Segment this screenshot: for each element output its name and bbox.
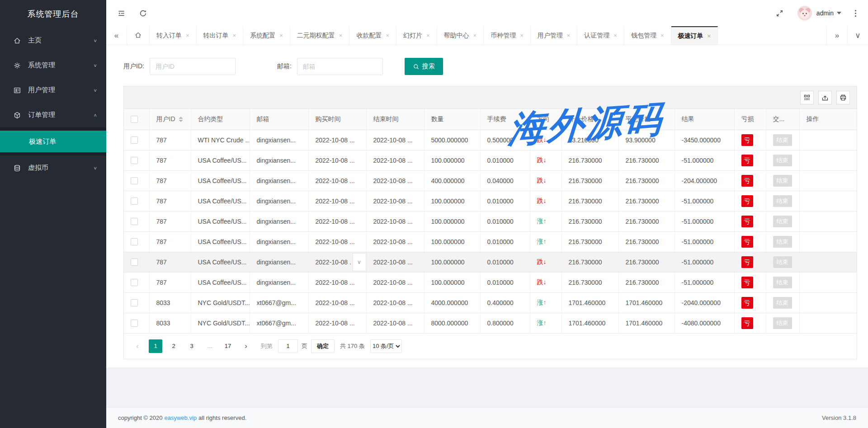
row-checkbox[interactable] [131, 157, 138, 164]
column-header-user_id[interactable]: 用户ID [149, 109, 191, 130]
row-checkbox[interactable] [131, 198, 138, 205]
select-all-checkbox[interactable] [131, 116, 138, 123]
more-vert-icon[interactable] [853, 8, 858, 19]
cell-text: 216.730000 [626, 259, 659, 266]
sidebar-item-system[interactable]: 系统管理∨ [0, 53, 106, 78]
column-header-direction: 方向 [530, 109, 561, 130]
cell-open_price: 216.730000 [561, 272, 618, 292]
cell-text: -51.000000 [682, 198, 714, 205]
cell-text: -4080.000000 [682, 320, 721, 327]
column-header-check[interactable] [124, 109, 149, 130]
end-status-button[interactable]: 结束 [773, 216, 792, 227]
row-checkbox[interactable] [131, 218, 138, 225]
end-status-button[interactable]: 结束 [773, 134, 792, 146]
end-status-button[interactable]: 结束 [773, 256, 792, 268]
close-icon[interactable]: × [339, 32, 343, 39]
cell-loss: 亏 [734, 313, 766, 333]
tabs-scroll-right[interactable]: » [826, 26, 847, 45]
top-header: admin [106, 0, 868, 26]
end-status-button[interactable]: 结束 [773, 175, 792, 187]
cell-result: -51.000000 [675, 231, 734, 252]
footer-link[interactable]: easyweb.vip [164, 414, 197, 421]
close-icon[interactable]: × [567, 32, 571, 39]
tab-4[interactable]: 二元期权配置× [290, 26, 350, 45]
tab-10[interactable]: 认证管理× [577, 26, 624, 45]
row-expand-chevron-icon[interactable]: ∨ [353, 253, 366, 271]
end-status-button[interactable]: 结束 [773, 297, 792, 309]
cell-text: USA Coffee/US... [198, 177, 247, 184]
close-icon[interactable]: × [613, 32, 617, 39]
sidebar-item-coins[interactable]: 虚拟币∨ [0, 155, 106, 180]
end-status-button[interactable]: 结束 [773, 195, 792, 207]
row-checkbox[interactable] [131, 177, 138, 184]
row-checkbox[interactable] [131, 320, 138, 327]
tab-8[interactable]: 币种管理× [484, 26, 531, 45]
tab-11[interactable]: 钱包管理× [624, 26, 671, 45]
sidebar-item-home[interactable]: 主页∨ [0, 28, 106, 53]
sidebar-subitem-fast-orders[interactable]: 极速订单 [0, 131, 106, 152]
collapse-menu-icon[interactable] [116, 8, 126, 18]
end-status-button[interactable]: 结束 [773, 317, 792, 329]
page-button-1[interactable]: 1 [149, 339, 162, 353]
close-icon[interactable]: × [520, 32, 524, 39]
sidebar-item-orders[interactable]: 订单管理∧ [0, 103, 106, 127]
cell-text: USA Coffee/US... [198, 157, 247, 164]
user-menu-caret-icon [837, 12, 841, 14]
row-checkbox[interactable] [131, 299, 138, 306]
row-checkbox[interactable] [131, 238, 138, 245]
close-icon[interactable]: × [426, 32, 430, 39]
direction-value: 涨↑ [537, 319, 547, 326]
tab-9[interactable]: 用户管理× [531, 26, 578, 45]
cell-action [799, 231, 857, 252]
export-button[interactable] [818, 91, 832, 104]
page-button-3[interactable]: 3 [185, 339, 198, 353]
column-label: 结束时间 [373, 115, 399, 122]
tab-1[interactable]: 转入订单× [150, 26, 197, 45]
refresh-icon[interactable] [138, 8, 148, 18]
email-input[interactable] [297, 58, 383, 75]
username[interactable]: admin [816, 9, 834, 17]
close-icon[interactable]: × [660, 32, 664, 39]
tab-2[interactable]: 转出订单× [197, 26, 244, 45]
close-icon[interactable]: × [386, 32, 389, 39]
end-status-button[interactable]: 结束 [773, 277, 792, 288]
goto-page-input[interactable] [278, 339, 298, 353]
tab-5[interactable]: 收款配置× [349, 26, 396, 45]
close-icon[interactable]: × [708, 33, 711, 39]
close-icon[interactable]: × [279, 32, 283, 39]
print-button[interactable] [836, 91, 850, 104]
user-id-input[interactable] [150, 58, 236, 75]
end-status-button[interactable]: 结束 [773, 155, 792, 166]
page-size-select[interactable]: 10 条/页 [370, 339, 402, 353]
filter-columns-button[interactable] [800, 91, 814, 104]
close-icon[interactable]: × [473, 32, 477, 39]
goto-confirm-button[interactable]: 确定 [311, 339, 335, 353]
tab-12[interactable]: 极速订单× [671, 26, 718, 45]
close-icon[interactable]: × [233, 32, 236, 39]
search-button[interactable]: 搜索 [405, 58, 443, 75]
avatar[interactable] [797, 6, 812, 20]
sidebar-item-users[interactable]: 用户管理∨ [0, 78, 106, 103]
next-page-button[interactable]: › [239, 339, 253, 353]
page-button-2[interactable]: 2 [167, 339, 180, 353]
tabbar: « 转入订单×转出订单×系统配置×二元期权配置×收款配置×幻灯片×帮助中心×币种… [106, 26, 868, 45]
tab-6[interactable]: 幻灯片× [396, 26, 437, 45]
cell-text: 2022-10-08 ... [373, 299, 413, 306]
tabs-dropdown-icon[interactable]: ∨ [847, 26, 868, 45]
tab-home[interactable] [127, 26, 150, 45]
tab-7[interactable]: 帮助中心× [437, 26, 484, 45]
close-icon[interactable]: × [186, 32, 189, 39]
tab-3[interactable]: 系统配置× [243, 26, 290, 45]
row-checkbox[interactable] [131, 136, 138, 144]
end-status-button[interactable]: 结束 [773, 236, 792, 248]
cell-text: 0.010000 [487, 218, 514, 225]
row-checkbox[interactable] [131, 279, 138, 286]
sort-icon[interactable] [179, 117, 183, 122]
prev-page-button[interactable]: ‹ [131, 339, 144, 353]
tabs-scroll-left[interactable]: « [106, 26, 127, 45]
cell-check [124, 252, 149, 272]
fullscreen-icon[interactable] [775, 8, 785, 18]
row-checkbox[interactable] [131, 259, 138, 266]
cell-text: xt0667@gm... [257, 320, 296, 327]
page-button-17[interactable]: 17 [221, 339, 235, 353]
